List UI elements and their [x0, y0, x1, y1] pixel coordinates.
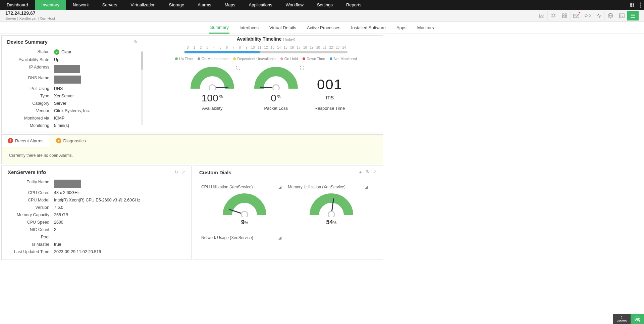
value-nic-count: 2 — [54, 227, 56, 232]
tab-diagnostics[interactable]: ✦Diagnostics — [50, 135, 92, 147]
gauge-packet-loss: ⛶ 0% Packet Loss — [251, 67, 301, 111]
device-ip: 172.24.129.67 — [5, 10, 55, 16]
xeninfo-title: XenServers Info — [8, 169, 46, 175]
nav-settings[interactable]: Settings — [310, 0, 339, 10]
svg-point-0 — [640, 2, 641, 3]
expand-icon[interactable]: ⤢ — [373, 169, 377, 175]
label-poll: Poll Using — [7, 86, 54, 91]
nav-reports[interactable]: Reports — [339, 0, 368, 10]
expand-icon[interactable]: ⛶ — [300, 65, 304, 70]
tab-virtual-details[interactable]: Virtual Details — [269, 22, 297, 33]
tab-installed-software[interactable]: Installed Software — [351, 22, 386, 33]
mail-icon[interactable] — [570, 11, 582, 20]
svg-rect-7 — [574, 14, 579, 18]
value-is-master: true — [54, 242, 61, 247]
nav-alarms[interactable]: Alarms — [191, 0, 218, 10]
label-monitored-via: Monitored via — [7, 116, 54, 121]
timeline-hours: 0123456789101112131415161718192021222324 — [184, 46, 347, 49]
timeline-bar — [184, 51, 347, 53]
svg-rect-3 — [562, 14, 564, 15]
refresh-icon[interactable]: ↻ — [366, 169, 370, 175]
nav-workflow[interactable]: Workflow — [279, 0, 310, 10]
availability-title: Availability Timeline (Today) — [237, 36, 295, 42]
tab-monitors[interactable]: Monitors — [417, 22, 435, 33]
top-nav: Dashboard Inventory Network Servers Virt… — [0, 0, 644, 10]
tab-apps[interactable]: Apps — [396, 22, 407, 33]
expand-icon[interactable]: ⤢ — [181, 170, 185, 175]
alarms-panel: !Recent Alarms ✦Diagnostics Currently th… — [1, 134, 383, 164]
more-icon[interactable] — [637, 0, 644, 10]
dial-memory-utilization: Memory Utilization (XenService)◢ 54% — [288, 182, 375, 233]
dials-title: Custom Dials — [199, 170, 231, 175]
tab-interfaces[interactable]: Interfaces — [239, 22, 259, 33]
scrollbar[interactable] — [141, 51, 143, 125]
status-ok-icon: ✓ — [54, 49, 59, 55]
terminal-icon[interactable] — [616, 11, 627, 20]
value-cpu-speed: 2600 — [54, 220, 63, 225]
chart-icon[interactable]: ◢ — [278, 235, 281, 240]
value-memory-capacity: 255 GB — [54, 213, 68, 217]
tab-summary[interactable]: Summary — [209, 22, 229, 34]
value-vendor: Citrix Systems, Inc. — [54, 108, 90, 113]
redacted-entity — [54, 180, 81, 188]
tab-recent-alarms[interactable]: !Recent Alarms — [2, 135, 50, 147]
hamburger-menu-icon[interactable] — [627, 11, 639, 20]
nav-applications[interactable]: Applications — [242, 0, 279, 10]
globe-icon[interactable] — [604, 11, 616, 20]
nav-virtualization[interactable]: Virtualization — [124, 0, 162, 10]
label-status: Status — [7, 49, 54, 55]
label-memory-capacity: Memory Capacity — [7, 213, 54, 217]
tab-active-processes[interactable]: Active Processes — [306, 22, 341, 33]
link-icon[interactable] — [582, 11, 593, 20]
crumb-xenhost[interactable]: Xen-Host — [40, 16, 55, 20]
chart-icon[interactable]: ◢ — [365, 185, 368, 189]
expand-icon[interactable]: ⛶ — [236, 65, 240, 70]
edit-icon[interactable]: ✎ — [134, 39, 138, 45]
svg-rect-9 — [620, 14, 624, 18]
label-last-updated: Last Updated Time — [7, 249, 54, 254]
svg-rect-5 — [562, 16, 564, 18]
label-cpu-model: CPU Model — [7, 198, 54, 202]
label-avail-state: Availability State — [7, 57, 54, 62]
label-nic-count: NIC Count — [7, 227, 54, 232]
nav-network[interactable]: Network — [66, 0, 96, 10]
value-category: Server — [54, 101, 66, 106]
value-version: 7.6.0 — [54, 205, 63, 210]
bell-icon[interactable] — [547, 11, 559, 20]
label-dns: DNS Name — [7, 76, 54, 84]
value-avail-state: Up — [54, 57, 59, 62]
nav-inventory[interactable]: Inventory — [35, 0, 66, 10]
add-icon[interactable]: ＋ — [358, 169, 363, 175]
value-cpu-model: Intel(R) Xeon(R) CPU E5-2690 v3 @ 2.60GH… — [54, 198, 140, 202]
nav-servers[interactable]: Servers — [96, 0, 124, 10]
value-monitored-via: ICMP — [54, 116, 64, 121]
chart-icon[interactable]: ◢ — [278, 185, 281, 189]
svg-point-1 — [640, 4, 641, 5]
label-pool: Pool — [7, 235, 54, 239]
label-is-master: Is Master — [7, 242, 54, 247]
alarms-body: Currently there are no open Alarms. — [2, 147, 383, 164]
crumb-server[interactable]: Server — [5, 16, 16, 20]
svg-rect-6 — [565, 16, 567, 18]
xenservers-info-panel: XenServers Info ↻ ⤢ Entity Name CPU Core… — [1, 166, 192, 260]
nav-dashboard[interactable]: Dashboard — [0, 0, 35, 10]
chart-icon[interactable] — [536, 11, 547, 20]
device-summary-title: Device Summary — [7, 39, 48, 45]
collapse-icon[interactable] — [627, 0, 637, 10]
grid-icon[interactable] — [559, 11, 570, 20]
activity-icon[interactable] — [593, 11, 604, 20]
device-summary-panel: Device Summary ✎ Status✓Clear Availabili… — [1, 35, 383, 133]
alarm-icon: ! — [8, 138, 13, 143]
value-poll: DNS — [54, 86, 63, 91]
custom-dials-panel: Custom Dials ＋ ↻ ⤢ CPU Utilization (XenS… — [193, 166, 383, 260]
redacted-ip — [54, 65, 80, 73]
nav-storage[interactable]: Storage — [162, 0, 191, 10]
refresh-icon[interactable]: ↻ — [174, 170, 178, 175]
nav-maps[interactable]: Maps — [218, 0, 242, 10]
value-last-updated: 2023-09-29 11:02:20.519 — [54, 249, 101, 254]
dial-cpu-utilization: CPU Utilization (XenService)◢ 9% — [201, 182, 288, 233]
label-type: Type — [7, 94, 54, 98]
crumb-xenserver[interactable]: XenServer — [19, 16, 37, 20]
label-entity-name: Entity Name — [7, 180, 54, 188]
value-status: Clear — [61, 50, 71, 54]
